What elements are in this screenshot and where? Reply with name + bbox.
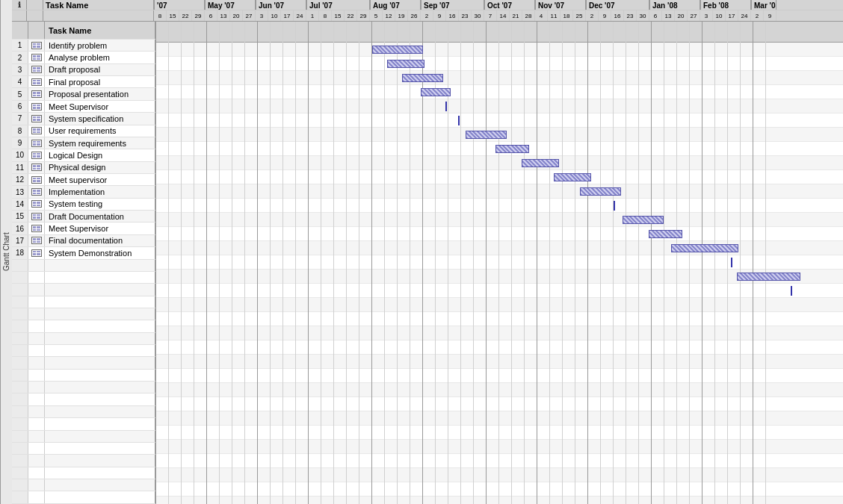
day-cell: 26 — [408, 10, 421, 21]
task-list-header: Task Name — [12, 22, 155, 40]
task-num: 12 — [12, 174, 28, 185]
task-name: Draft proposal — [45, 64, 155, 75]
chart-row — [155, 71, 843, 85]
day-cell: 29 — [357, 10, 370, 21]
empty-task-row — [12, 272, 155, 284]
empty-task-row — [12, 370, 155, 382]
chart-row — [155, 156, 843, 170]
task-num: 18 — [12, 247, 28, 258]
day-cell: 15 — [332, 10, 345, 21]
month-cells: '07May '07Jun '07Jul '07Aug '07Sep '07Oc… — [154, 0, 843, 10]
empty-task-row — [12, 296, 155, 308]
chart-row — [155, 199, 843, 213]
task-num: 10 — [12, 149, 28, 161]
chart-row — [155, 355, 843, 369]
empty-task-row — [12, 431, 155, 443]
task-row[interactable]: 11 Physical design — [12, 162, 155, 174]
icon-header — [28, 22, 45, 39]
day-cell: 5 — [370, 10, 383, 21]
task-row[interactable]: 7 System specification — [12, 113, 155, 125]
chart-row — [155, 383, 843, 397]
task-row[interactable]: 4 Final proposal — [12, 76, 155, 88]
task-icon — [28, 199, 45, 210]
day-cell: 9 — [433, 10, 446, 21]
task-icon — [28, 125, 45, 137]
num-header — [12, 22, 28, 39]
empty-task-row — [12, 320, 155, 332]
task-name: Proposal presentation — [45, 88, 155, 99]
task-num: 4 — [12, 76, 28, 87]
chart-rows — [155, 22, 843, 504]
month-cell: '07 — [154, 0, 205, 10]
chart-row — [155, 454, 843, 468]
day-cell: 9 — [764, 10, 776, 21]
task-row[interactable]: 16 Meet Supervisor — [12, 223, 155, 234]
empty-task-row — [12, 308, 155, 320]
task-num: 6 — [12, 101, 28, 112]
task-row[interactable]: 6 Meet Supervisor — [12, 101, 155, 113]
day-cell: 10 — [268, 10, 281, 21]
num-col-header — [27, 0, 43, 10]
task-name: Meet supervisor — [45, 174, 155, 185]
day-cell: 23 — [624, 10, 637, 21]
day-cell: 8 — [154, 10, 167, 21]
month-cell: Dec '07 — [586, 0, 649, 10]
empty-task-row — [12, 443, 155, 455]
task-row[interactable]: 18 System Demonstration — [12, 247, 155, 259]
task-row[interactable]: 14 System testing — [12, 199, 155, 211]
day-cell: 23 — [459, 10, 472, 21]
day-cell: 4 — [535, 10, 548, 21]
day-cell: 2 — [751, 10, 764, 21]
task-num: 2 — [12, 52, 28, 63]
day-cell: 9 — [599, 10, 611, 21]
chart-row — [155, 241, 843, 255]
task-row[interactable]: 3 Draft proposal — [12, 64, 155, 76]
day-cell: 20 — [675, 10, 688, 21]
task-name: System specification — [45, 113, 155, 124]
chart-row — [155, 227, 843, 241]
task-name: Logical Design — [45, 149, 155, 161]
day-cell: 13 — [662, 10, 675, 21]
day-cell: 17 — [726, 10, 738, 21]
chart-row — [155, 170, 843, 184]
task-icon — [28, 76, 45, 87]
task-name: System Demonstration — [45, 247, 155, 258]
task-row[interactable]: 9 System requirements — [12, 137, 155, 149]
day-cell: 2 — [586, 10, 599, 21]
day-cell: 22 — [345, 10, 357, 21]
day-cell: 7 — [484, 10, 497, 21]
task-icon — [28, 223, 45, 234]
month-cell: Sep '07 — [421, 0, 484, 10]
day-cells: 8152229613202731017241815222951219262916… — [154, 10, 843, 21]
task-row[interactable]: 10 Logical Design — [12, 149, 155, 161]
task-num: 7 — [12, 113, 28, 124]
day-cell: 24 — [294, 10, 306, 21]
chart-row — [155, 270, 843, 284]
empty-task-row — [12, 455, 155, 467]
empty-task-row — [12, 357, 155, 369]
empty-task-row — [12, 467, 155, 479]
task-row[interactable]: 12 Meet supervisor — [12, 174, 155, 186]
task-row[interactable]: 5 Proposal presentation — [12, 88, 155, 100]
chart-row — [155, 440, 843, 454]
day-cell: 25 — [573, 10, 586, 21]
task-name: Final proposal — [45, 76, 155, 87]
task-row[interactable]: 13 Implementation — [12, 186, 155, 198]
day-cell: 6 — [205, 10, 217, 21]
day-cell: 19 — [395, 10, 408, 21]
taskname-col-header: Task Name — [43, 0, 154, 10]
day-cell: 30 — [472, 10, 484, 21]
chart-row — [155, 57, 843, 71]
task-num: 5 — [12, 88, 28, 99]
task-icon — [28, 149, 45, 161]
empty-task-row — [12, 418, 155, 430]
task-row[interactable]: 2 Analyse problem — [12, 52, 155, 63]
timeline-month-header: '07May '07Jun '07Jul '07Aug '07Sep '07Oc… — [154, 0, 843, 10]
chart-area — [155, 22, 843, 504]
empty-task-row — [12, 345, 155, 357]
task-row[interactable]: 17 Final documentation — [12, 235, 155, 247]
task-row[interactable]: 15 Draft Documentation — [12, 211, 155, 223]
day-cell: 16 — [611, 10, 624, 21]
task-row[interactable]: 8 User requirements — [12, 125, 155, 137]
task-row[interactable]: 1 Identify problem — [12, 40, 155, 52]
